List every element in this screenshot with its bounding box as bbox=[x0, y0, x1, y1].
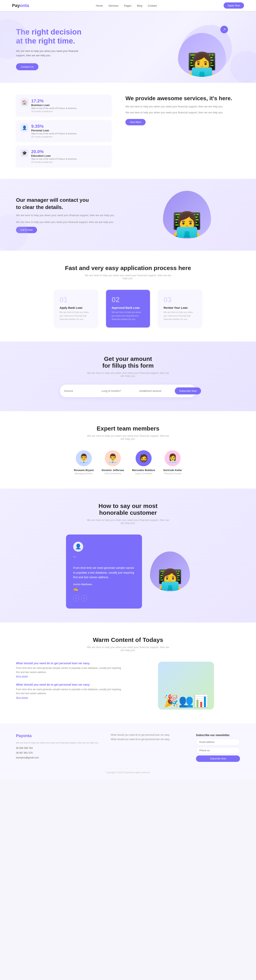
hero-text: The right decision at the right time. We… bbox=[16, 27, 82, 70]
business-loan-icon: 🏠 bbox=[21, 99, 29, 107]
step-desc-2: We are here to help you when you need yo… bbox=[112, 310, 144, 321]
manager-heading: Our manager will contact youto clear the… bbox=[16, 196, 122, 211]
newsletter-form: Subscribe Now bbox=[196, 739, 240, 762]
blog-list: What should you need do to get personal … bbox=[16, 662, 124, 704]
hero-description: We are here to help you when you need yo… bbox=[16, 49, 80, 58]
testimonial-description: We are here to help you when you need yo… bbox=[86, 519, 170, 525]
step-title-2: Approved Bank Loan bbox=[112, 306, 144, 309]
apply-now-button[interactable]: Apply Now bbox=[224, 2, 244, 9]
team-member-1: 👨‍💼 Roseane Bryant Managing Director bbox=[74, 450, 94, 475]
team-name-2: Dominic Jeffersas bbox=[102, 469, 124, 472]
step-number-3: 03 bbox=[163, 296, 197, 303]
form-description: We are here to help you when you need yo… bbox=[86, 371, 170, 377]
team-heading: Expert team members bbox=[16, 425, 240, 432]
hero-section: The right decision at the right time. We… bbox=[0, 11, 256, 83]
process-heading: Fast and very easy application process h… bbox=[16, 265, 240, 272]
prev-testimonial-button[interactable]: ‹ bbox=[73, 595, 79, 601]
footer-content: Payonta We are here to help you when you… bbox=[16, 733, 240, 762]
nav-services[interactable]: Services bbox=[109, 4, 118, 7]
view-more-button[interactable]: View More bbox=[125, 119, 146, 125]
blog-description: We are here to help you when you need yo… bbox=[86, 646, 170, 652]
process-step-1: 01 Apply Bank Loan We are here to help y… bbox=[54, 290, 98, 328]
footer-logo: Payonta bbox=[16, 733, 99, 738]
business-loan-card: 🏠 17.2% Business Loan Stay on top of the… bbox=[16, 95, 111, 116]
step-desc-3: We are here to help you when you need yo… bbox=[163, 310, 197, 321]
subscribe-now-button[interactable]: Subscribe Now bbox=[175, 387, 201, 395]
team-member-3: 🧔 Mercedes Bobibox Loans Consultant bbox=[132, 450, 155, 475]
blog-item-1: What should you need do to get personal … bbox=[16, 662, 124, 678]
step-number-2: 02 bbox=[112, 296, 144, 303]
team-role-4: Financial Counsel bbox=[163, 472, 182, 475]
step-title-3: Review Your Loan bbox=[163, 306, 197, 309]
testimonial-quote: From time time we need generate sample n… bbox=[73, 566, 135, 580]
personal-loan-desc: Stay on top of the world of Finance & bu… bbox=[31, 132, 77, 135]
team-member-4: 👩‍💼 Gertrude Keller Financial Counsel bbox=[163, 450, 182, 475]
blog-title-1: What should you need do to get personal … bbox=[16, 662, 124, 665]
nav-links: Home Services Pages Blog Contact bbox=[96, 4, 157, 7]
education-loan-rate: 20.0% bbox=[31, 149, 77, 154]
nav-home[interactable]: Home bbox=[96, 4, 103, 7]
testimonial-heading: How to say our mosthonorable customer bbox=[16, 503, 240, 516]
logo: Payonta bbox=[12, 3, 29, 8]
newsletter-phone-input[interactable] bbox=[196, 747, 240, 754]
footer-link-2[interactable]: What should you need do to get personal … bbox=[111, 738, 184, 741]
hero-headline: The right decision at the right time. bbox=[16, 27, 82, 46]
team-section: Expert team members We are here to help … bbox=[0, 411, 256, 488]
nav-pages[interactable]: Pages bbox=[124, 4, 131, 7]
blog-more-link-1[interactable]: More details bbox=[16, 675, 124, 678]
team-avatar-4: 👩‍💼 bbox=[165, 450, 181, 466]
newsletter-subscribe-button[interactable]: Subscribe Now bbox=[196, 756, 240, 762]
next-testimonial-button[interactable]: › bbox=[81, 595, 87, 601]
newsletter-email-input[interactable] bbox=[196, 739, 240, 746]
footer-brand-desc: We are here to help you when you need yo… bbox=[16, 741, 99, 745]
services-text: We provide awesome services, it's here. … bbox=[119, 95, 240, 125]
footer-phone-2: 06 667 861 576 bbox=[16, 751, 99, 754]
process-step-3: 03 Review Your Loan We are here to help … bbox=[158, 290, 202, 328]
personal-loan-name: Personal Loan bbox=[31, 129, 77, 132]
team-role-2: Chief of business bbox=[102, 472, 124, 475]
manager-desc2: We are here to help you when you need yo… bbox=[16, 220, 122, 224]
testimonial-author: Austin Matthews ✍ bbox=[73, 583, 135, 592]
step-desc-1: We are here to help you when you need yo… bbox=[59, 310, 93, 321]
testimonial-section: How to say our mosthonorable customer We… bbox=[0, 488, 256, 622]
footer-newsletter: Subscribe our newsletter. Subscribe Now bbox=[196, 733, 240, 762]
step-title-1: Apply Bank Loan bbox=[59, 306, 93, 309]
testimonial-content: 👤 " From time time we need generate samp… bbox=[16, 535, 240, 609]
blog-more-link-2[interactable]: More details bbox=[16, 696, 124, 699]
education-loan-desc: Stay on top of the world of Finance & bu… bbox=[31, 158, 77, 160]
business-loan-desc: Stay on top of the world of Finance & bu… bbox=[31, 107, 77, 110]
nav-contact[interactable]: Contact bbox=[148, 4, 157, 7]
footer-link-1[interactable]: What should you need do to get personal … bbox=[111, 733, 184, 736]
manager-image: 👩‍💻 bbox=[134, 191, 240, 239]
services-desc2: We are here to help you when you need yo… bbox=[125, 110, 240, 115]
call-now-button[interactable]: Call to Now bbox=[16, 227, 37, 233]
services-desc1: We are here to help you when you need yo… bbox=[125, 104, 240, 109]
team-member-2: 👨‍💼 Dominic Jeffersas Chief of business bbox=[102, 450, 124, 475]
footer-phone-1: 06 694 596 764 bbox=[16, 747, 99, 749]
team-avatar-3: 🧔 bbox=[136, 450, 152, 466]
manager-text: Our manager will contact youto clear the… bbox=[16, 196, 122, 233]
manager-desc1: We are here to help you when your need y… bbox=[16, 213, 122, 218]
form-heading: Get your amountfor fillup this form bbox=[16, 355, 240, 369]
business-loan-rate: 17.2% bbox=[31, 99, 77, 103]
process-steps: 01 Apply Bank Loan We are here to help y… bbox=[16, 290, 240, 328]
blog-body-2: From time time we need generate sample n… bbox=[16, 687, 124, 695]
navbar: Payonta Home Services Pages Blog Contact… bbox=[0, 0, 256, 11]
team-avatar-1: 👨‍💼 bbox=[76, 450, 92, 466]
services-section: 🏠 17.2% Business Loan Stay on top of the… bbox=[0, 83, 256, 179]
newsletter-heading: Subscribe our newsletter. bbox=[196, 733, 240, 737]
loan-form: Subscribe Now bbox=[60, 385, 196, 397]
team-name-3: Mercedes Bobibox bbox=[132, 469, 155, 472]
contact-us-button[interactable]: Contact Us bbox=[16, 63, 38, 70]
personal-loan-card: 👤 9.35% Personal Loan Stay on top of the… bbox=[16, 120, 111, 142]
amount-input[interactable] bbox=[64, 390, 98, 392]
team-members-list: 👨‍💼 Roseane Bryant Managing Director 👨‍💼… bbox=[16, 450, 240, 475]
months-input[interactable] bbox=[102, 390, 135, 392]
installment-input[interactable] bbox=[139, 390, 173, 392]
education-loan-months: 20 months installment bbox=[31, 161, 77, 163]
blog-section: Warm Content of Todays We are here to he… bbox=[0, 622, 256, 724]
blog-body-1: From time time we need generate sample n… bbox=[16, 666, 124, 674]
nav-blog[interactable]: Blog bbox=[137, 4, 142, 7]
footer-links: What should you need do to get personal … bbox=[111, 733, 184, 742]
step-number-1: 01 bbox=[59, 296, 93, 303]
